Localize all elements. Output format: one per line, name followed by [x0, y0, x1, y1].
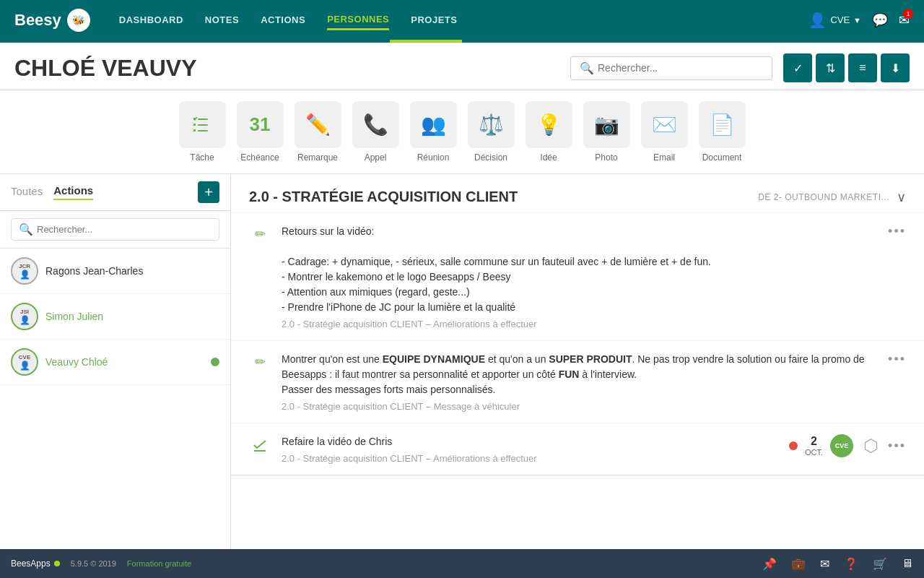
action-item: ✏ Montrer qu'on est une EQUIPE DYNAMIQUE…	[231, 340, 924, 423]
nav-personnes[interactable]: PERSONNES	[327, 10, 389, 30]
photo-icon: 📷	[583, 101, 630, 148]
nav-notes[interactable]: NOTES	[205, 11, 239, 29]
settings-button[interactable]: ≡	[848, 53, 877, 82]
person-name-cve: Veauvy Chloé	[45, 356, 108, 368]
action-item: Refaire la vidéo de Chris 2.0 - Stratégi…	[231, 423, 924, 475]
pin-icon[interactable]: 📌	[762, 557, 777, 571]
avatar-cve: CVE 👤	[11, 348, 38, 376]
echeance-label: Echéance	[240, 152, 279, 163]
user-menu[interactable]: 👤 CVE ▼	[808, 12, 861, 29]
help-icon[interactable]: ❓	[844, 557, 858, 571]
tab-toutes[interactable]: Toutes	[11, 185, 43, 199]
action-subtext: 2.0 - Stratégie acquisition CLIENT – Amé…	[282, 453, 778, 464]
action-subtext: 2.0 - Stratégie acquisition CLIENT – Mes…	[282, 401, 877, 412]
status-dot	[54, 561, 60, 566]
action-body: Refaire la vidéo de Chris 2.0 - Stratégi…	[282, 434, 778, 464]
svg-rect-2	[193, 124, 196, 126]
training-link[interactable]: Formation gratuite	[127, 559, 191, 568]
search-input[interactable]	[598, 62, 763, 74]
logo[interactable]: Beesy 🐝	[14, 9, 90, 32]
category-decision[interactable]: ⚖️ Décision	[466, 101, 516, 163]
category-reunion[interactable]: 👥 Réunion	[408, 101, 458, 163]
avatar-jsi: JSI 👤	[11, 303, 38, 330]
user-label: CVE	[830, 14, 850, 25]
category-idee[interactable]: 💡 Idée	[523, 101, 574, 163]
cart-icon[interactable]: 🛒	[873, 557, 887, 571]
action-more-button[interactable]: •••	[888, 224, 906, 239]
document-label: Document	[702, 152, 742, 163]
page-title: CHLOÉ VEAUVY	[14, 55, 570, 82]
logo-text: Beesy	[14, 11, 61, 30]
person-name-jsi: Simon Julien	[45, 311, 103, 322]
edit-icon: ✏	[249, 224, 271, 242]
action-body: Montrer qu'on est une EQUIPE DYNAMIQUE e…	[282, 352, 877, 412]
category-appel[interactable]: 📞 Appel	[350, 101, 401, 163]
brand-text: BeesApps	[11, 558, 51, 569]
email-icon: ✉️	[641, 101, 688, 148]
email-label: Email	[653, 152, 675, 163]
category-photo[interactable]: 📷 Photo	[581, 101, 632, 163]
search-icon: 🔍	[580, 61, 594, 75]
header-action-buttons: ✓ ⇅ ≡ ⬇	[783, 53, 910, 82]
tab-actions[interactable]: Actions	[53, 184, 93, 200]
action-more-button[interactable]: •••	[888, 439, 906, 454]
category-remarque[interactable]: ✏️ Remarque	[292, 101, 343, 163]
project-section: 2.0 - STRATÉGIE ACQUISITION CLIENT DE 2-…	[231, 174, 924, 475]
avatar-jcr: JCR 👤	[11, 257, 38, 285]
nav-projets[interactable]: PROJETS	[411, 11, 457, 29]
nav-dashboard[interactable]: DASHBOARD	[119, 11, 183, 29]
person-item[interactable]: CVE 👤 Veauvy Chloé	[0, 340, 230, 385]
messages-button[interactable]: 💬	[872, 12, 888, 28]
category-tache[interactable]: Tâche	[177, 101, 227, 163]
global-search[interactable]: 🔍	[570, 56, 772, 80]
project-title: 2.0 - STRATÉGIE ACQUISITION CLIENT	[249, 189, 751, 205]
action-subtext: 2.0 - Stratégie acquisition CLIENT – Amé…	[282, 319, 877, 329]
echeance-icon: 31	[237, 101, 284, 148]
persons-list: JCR 👤 Ragons Jean-Charles JSI 👤 Simon Ju…	[0, 249, 230, 578]
task-check-icon	[249, 434, 271, 454]
action-text: Montrer qu'on est une EQUIPE DYNAMIQUE e…	[282, 352, 877, 397]
idee-icon: 💡	[526, 101, 572, 148]
remarque-label: Remarque	[297, 152, 338, 163]
top-navigation: Beesy 🐝 DASHBOARD NOTES ACTIONS PERSONNE…	[0, 0, 924, 40]
action-text: Retours sur la vidéo: - Cadrage: + dynam…	[282, 224, 877, 315]
online-indicator	[211, 358, 219, 366]
remarque-icon: ✏️	[295, 101, 341, 148]
person-item[interactable]: JCR 👤 Ragons Jean-Charles	[0, 249, 230, 294]
sort-button[interactable]: ⇅	[816, 53, 845, 82]
person-item[interactable]: JSI 👤 Simon Julien	[0, 294, 230, 340]
svg-rect-1	[198, 118, 208, 120]
category-echeance[interactable]: 31 Echéance	[235, 101, 285, 163]
version-text: 5.9.5 © 2019	[71, 559, 116, 568]
action-more-button[interactable]: •••	[888, 352, 906, 367]
add-person-button[interactable]: +	[198, 181, 219, 203]
sidebar-search-input[interactable]	[37, 224, 212, 235]
notifications-button[interactable]: ✉ 1	[899, 12, 910, 28]
appel-label: Appel	[365, 152, 387, 163]
filter-check-button[interactable]: ✓	[783, 53, 812, 82]
hex-icon: ⬡	[860, 436, 881, 456]
download-button[interactable]: ⬇	[881, 53, 910, 82]
sidebar-search-area: 🔍	[0, 211, 230, 249]
project-collapse-button[interactable]: ∨	[897, 189, 906, 205]
main-content: Toutes Actions + 🔍 JCR 👤 Ragons Jean-Cha…	[0, 174, 924, 578]
display-icon[interactable]: 🖥	[902, 557, 913, 570]
sidebar-search-icon: 🔍	[19, 223, 33, 236]
project-header: 2.0 - STRATÉGIE ACQUISITION CLIENT DE 2-…	[231, 174, 924, 212]
svg-rect-3	[198, 124, 208, 126]
briefcase-icon[interactable]: 💼	[791, 557, 806, 571]
category-document[interactable]: 📄 Document	[697, 101, 747, 163]
sidebar-tabs: Toutes Actions +	[0, 174, 230, 211]
mail-icon[interactable]: ✉	[820, 557, 829, 571]
nav-actions[interactable]: ACTIONS	[261, 11, 305, 29]
edit-icon: ✏	[249, 352, 271, 370]
bottom-bar: BeesApps 5.9.5 © 2019 Formation gratuite…	[0, 549, 924, 578]
notification-badge: 1	[903, 9, 913, 19]
category-icons-row: Tâche 31 Echéance ✏️ Remarque 📞 Appel 👥 …	[0, 90, 924, 174]
action-body: Retours sur la vidéo: - Cadrage: + dynam…	[282, 224, 877, 329]
sidebar: Toutes Actions + 🔍 JCR 👤 Ragons Jean-Cha…	[0, 174, 231, 578]
reunion-icon: 👥	[410, 101, 457, 148]
tache-icon	[179, 101, 226, 148]
svg-rect-5	[198, 130, 208, 131]
category-email[interactable]: ✉️ Email	[639, 101, 689, 163]
